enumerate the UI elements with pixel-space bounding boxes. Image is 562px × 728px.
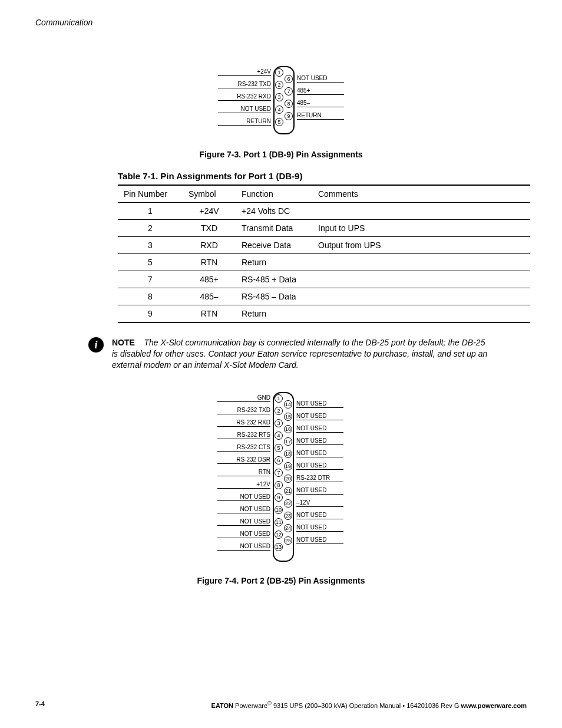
pin-label: GND <box>217 394 270 402</box>
pin: 5 <box>275 444 283 452</box>
table-cell: RTN <box>183 305 236 323</box>
table-cell: 5 <box>118 254 183 271</box>
footer-product: Powerware <box>235 702 267 709</box>
pin-label: –12V <box>296 499 343 507</box>
footer-reg: ® <box>267 700 272 706</box>
pin-label: NOT USED <box>217 543 270 551</box>
pin-label: NOT USED <box>296 487 343 495</box>
pin: 7 <box>285 87 293 95</box>
table-cell: TXD <box>183 220 236 237</box>
table-cell: +24V <box>183 203 236 220</box>
footer-brand: EATON <box>211 702 234 709</box>
pin-label: NOT USED <box>218 106 271 113</box>
pin-label: RS-232 DTR <box>296 475 343 482</box>
pin-label: NOT USED <box>217 493 270 501</box>
page-footer: 7-4 EATON Powerware® 9315 UPS (200–300 k… <box>35 700 527 709</box>
pin-label: NOT USED <box>296 536 343 544</box>
table-row: 5RTNReturn <box>118 254 530 271</box>
pin-label: RS-232 CTS <box>217 444 270 452</box>
table-row: 3RXDReceive DataOutput from UPS <box>118 237 530 254</box>
pin: 8 <box>285 100 293 108</box>
pin-label: NOT USED <box>296 425 343 433</box>
table-cell: 7 <box>118 271 183 288</box>
pin: 1 <box>275 394 283 403</box>
table-header: Function <box>236 185 312 203</box>
info-icon: i <box>88 337 104 353</box>
table-cell <box>312 271 530 288</box>
table-7-1: Pin NumberSymbolFunctionComments 1+24V+2… <box>118 185 530 323</box>
table-cell: RTN <box>183 254 236 271</box>
pin: 5 <box>275 118 283 126</box>
table-cell <box>312 254 530 271</box>
table-cell: Input to UPS <box>312 220 530 237</box>
footer-tail: 9315 UPS (200–300 kVA) Operation Manual … <box>272 702 461 709</box>
pin-label: +24V <box>218 68 271 76</box>
table-header: Comments <box>312 185 530 203</box>
pin: 4 <box>275 431 283 440</box>
db9-connector: 1+24V2RS-232 TXD3RS-232 RXD4NOT USED5RET… <box>201 62 361 139</box>
figure-7-4-caption: Figure 7-4. Port 2 (DB-25) Pin Assignmen… <box>35 576 527 585</box>
table-cell: 485– <box>183 288 236 305</box>
pin-label: NOT USED <box>217 518 270 526</box>
table-cell: Transmit Data <box>236 220 312 237</box>
pin-label: NOT USED <box>296 413 343 420</box>
table-cell <box>312 288 530 305</box>
section-header: Communication <box>35 18 527 27</box>
pin: 6 <box>285 75 293 83</box>
table-cell: 2 <box>118 220 183 237</box>
pin-label: RETURN <box>218 118 271 126</box>
pin: 6 <box>275 456 283 465</box>
page-number: 7-4 <box>35 700 45 709</box>
table-cell: Return <box>236 305 312 323</box>
figure-7-3: 1+24V2RS-232 TXD3RS-232 RXD4NOT USED5RET… <box>35 62 527 139</box>
db25-connector: 1GND2RS-232 TXD3RS-232 RXD4RS-232 RTS5RS… <box>199 388 363 565</box>
pin-label: RS-232 TXD <box>217 407 270 414</box>
table-row: 7485+RS-485 + Data <box>118 271 530 288</box>
note-body: The X-Slot communication bay is connecte… <box>112 338 487 370</box>
pin: 8 <box>275 481 283 489</box>
note-lead: NOTE <box>112 338 135 347</box>
table-cell: 1 <box>118 203 183 220</box>
pin: 4 <box>275 106 283 114</box>
pin-label: NOT USED <box>296 524 343 532</box>
pin-label: +12V <box>217 481 270 489</box>
footer-text: EATON Powerware® 9315 UPS (200–300 kVA) … <box>211 700 527 709</box>
figure-7-4: 1GND2RS-232 TXD3RS-232 RXD4RS-232 RTS5RS… <box>35 388 527 565</box>
table-cell: Return <box>236 254 312 271</box>
pin-label: NOT USED <box>297 75 344 83</box>
pin-label: NOT USED <box>296 437 343 445</box>
table-cell: Receive Data <box>236 237 312 254</box>
table-row: 1+24V+24 Volts DC <box>118 203 530 220</box>
table-row: 8485–RS-485 – Data <box>118 288 530 305</box>
figure-7-3-caption: Figure 7-3. Port 1 (DB-9) Pin Assignment… <box>35 150 527 159</box>
table-cell: RXD <box>183 237 236 254</box>
table-cell <box>312 305 530 323</box>
pin-label: NOT USED <box>296 450 343 457</box>
pin: 1 <box>275 68 283 77</box>
table-cell: 8 <box>118 288 183 305</box>
table-7-1-title: Table 7-1. Pin Assignments for Port 1 (D… <box>118 171 527 181</box>
footer-url: www.powerware.com <box>461 702 527 709</box>
table-cell: Output from UPS <box>312 237 530 254</box>
pin-label: 485– <box>297 100 344 107</box>
pin: 3 <box>275 419 283 427</box>
pin-label: NOT USED <box>217 506 270 513</box>
pin: 9 <box>275 493 283 502</box>
pin-label: RS-232 RXD <box>217 419 270 427</box>
pin: 3 <box>275 93 283 101</box>
pin-label: NOT USED <box>217 531 270 538</box>
table-cell: 9 <box>118 305 183 323</box>
pin: 11 <box>275 518 283 526</box>
pin: 10 <box>275 506 283 514</box>
pin-label: RS-232 RXD <box>218 93 271 101</box>
table-cell: 485+ <box>183 271 236 288</box>
note-text: NOTE The X-Slot communication bay is con… <box>112 337 491 371</box>
pin: 2 <box>275 81 283 89</box>
pin-label: 485+ <box>297 87 344 95</box>
pin-label: RTN <box>217 469 270 476</box>
table-cell: RS-485 + Data <box>236 271 312 288</box>
pin: 13 <box>275 543 283 551</box>
pin-label: RS-232 RTS <box>217 431 270 439</box>
pin: 2 <box>275 407 283 415</box>
table-cell: +24 Volts DC <box>236 203 312 220</box>
